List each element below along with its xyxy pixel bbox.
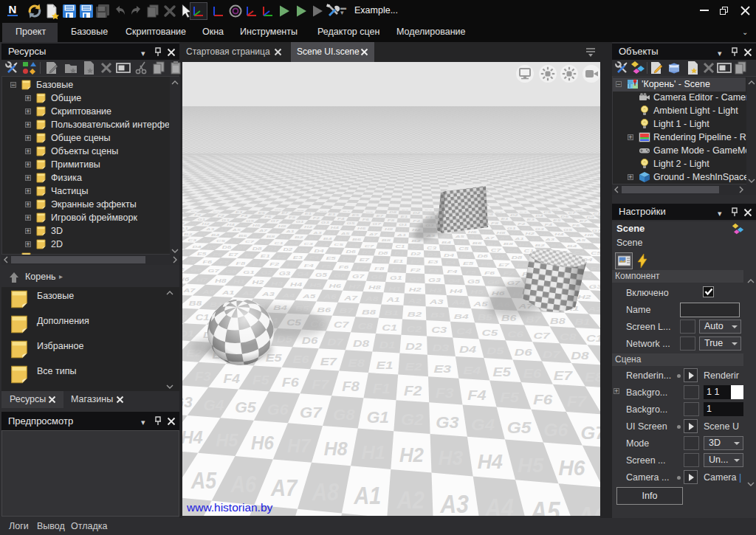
svg-text:H6: H6 (182, 277, 190, 283)
svg-text:F3: F3 (195, 370, 211, 383)
svg-text:D6: D6 (346, 250, 356, 254)
svg-text:G1: G1 (367, 408, 389, 426)
svg-text:A2: A2 (396, 486, 425, 514)
svg-text:F1: F1 (373, 382, 391, 396)
svg-text:H6: H6 (558, 456, 585, 480)
svg-text:H4: H4 (450, 288, 462, 294)
svg-text:B1: B1 (574, 318, 590, 326)
svg-text:H8: H8 (324, 438, 348, 460)
svg-text:A8: A8 (312, 478, 339, 505)
svg-text:G7: G7 (352, 274, 365, 279)
svg-text:H7: H7 (287, 435, 311, 456)
svg-text:C5: C5 (482, 328, 499, 338)
svg-text:E5: E5 (197, 252, 207, 256)
svg-text:H3: H3 (599, 294, 600, 301)
svg-text:B2: B2 (599, 319, 600, 328)
svg-text:D6: D6 (515, 347, 533, 358)
svg-text:E3: E3 (293, 255, 303, 260)
svg-text:H4: H4 (478, 449, 503, 473)
svg-text:A2: A2 (587, 306, 600, 313)
svg-text:A4: A4 (484, 493, 514, 516)
svg-text:G2: G2 (401, 411, 424, 429)
svg-text:F6: F6 (533, 391, 553, 407)
svg-text:G5: G5 (467, 279, 481, 284)
svg-text:F1: F1 (252, 261, 262, 266)
svg-text:G3: G3 (436, 413, 459, 431)
svg-text:G8: G8 (333, 406, 356, 424)
svg-text:E8: E8 (585, 371, 600, 384)
svg-text:E8: E8 (376, 258, 386, 263)
svg-text:H1: H1 (388, 286, 401, 291)
svg-text:E1: E1 (394, 259, 404, 263)
svg-text:D8: D8 (353, 338, 370, 348)
svg-text:D6: D6 (302, 336, 318, 345)
svg-text:A1: A1 (221, 289, 235, 296)
svg-text:G2: G2 (409, 276, 422, 281)
svg-text:E6: E6 (213, 252, 222, 257)
svg-text:A2: A2 (407, 297, 422, 304)
svg-text:B3: B3 (430, 311, 446, 319)
svg-text:D2: D2 (410, 252, 421, 256)
svg-text:G4: G4 (297, 272, 309, 277)
svg-text:E7: E7 (554, 369, 574, 382)
svg-text:G7: G7 (580, 423, 600, 442)
svg-text:G5: G5 (315, 272, 328, 277)
svg-text:E1: E1 (377, 359, 394, 371)
svg-text:E7: E7 (229, 253, 238, 258)
svg-text:H5: H5 (518, 453, 544, 476)
svg-text:D1: D1 (182, 328, 194, 338)
svg-text:F8: F8 (342, 379, 360, 393)
svg-text:E4: E4 (445, 260, 456, 265)
svg-text:G6: G6 (267, 401, 289, 418)
svg-text:F7: F7 (567, 393, 588, 409)
svg-text:D7: D7 (327, 337, 343, 347)
svg-text:D7: D7 (495, 255, 506, 259)
svg-text:A2: A2 (241, 290, 255, 297)
svg-text:G3: G3 (428, 277, 441, 283)
svg-text:E2: E2 (410, 260, 421, 264)
svg-text:F8: F8 (374, 266, 385, 271)
svg-text:C8: C8 (560, 332, 577, 342)
svg-text:E6: E6 (481, 262, 492, 266)
svg-text:B1: B1 (385, 309, 399, 317)
svg-text:E4: E4 (182, 252, 191, 256)
svg-text:G8: G8 (225, 269, 237, 275)
svg-text:G6: G6 (190, 268, 202, 273)
svg-text:B6: B6 (317, 306, 331, 314)
svg-text:A6: A6 (323, 294, 337, 300)
svg-text:E6: E6 (343, 257, 353, 261)
svg-text:A3: A3 (429, 298, 444, 306)
svg-text:G5: G5 (507, 418, 532, 437)
svg-text:G4: G4 (447, 278, 460, 283)
svg-text:C4: C4 (456, 327, 472, 336)
svg-text:H2: H2 (399, 443, 424, 466)
svg-text:D5: D5 (487, 345, 505, 356)
svg-text:G3: G3 (588, 283, 600, 289)
svg-text:A4: A4 (281, 291, 295, 298)
svg-text:E8: E8 (244, 254, 254, 258)
svg-text:F4: F4 (304, 263, 314, 268)
svg-text:F4: F4 (447, 269, 458, 274)
svg-text:E7: E7 (320, 356, 337, 367)
svg-text:F3: F3 (436, 385, 454, 400)
svg-text:F5: F5 (186, 259, 196, 263)
svg-text:D5: D5 (599, 258, 600, 263)
svg-text:E4: E4 (309, 255, 320, 260)
svg-text:G6: G6 (543, 421, 568, 440)
svg-text:F4: F4 (224, 372, 240, 385)
svg-text:D4: D4 (459, 344, 476, 354)
svg-text:F6: F6 (484, 270, 495, 275)
svg-text:D5: D5 (330, 249, 340, 253)
svg-text:B8: B8 (189, 300, 202, 306)
svg-text:C8: C8 (357, 322, 373, 331)
svg-text:G8: G8 (371, 275, 383, 280)
svg-text:H3: H3 (271, 280, 283, 286)
svg-text:H2: H2 (577, 293, 591, 300)
svg-text:D7: D7 (362, 251, 372, 255)
svg-text:E4: E4 (463, 364, 481, 376)
svg-text:B8: B8 (550, 317, 566, 325)
svg-text:H2: H2 (252, 280, 264, 286)
svg-text:D4: D4 (315, 249, 325, 252)
svg-text:G3: G3 (279, 271, 292, 276)
svg-text:F7: F7 (503, 271, 514, 276)
